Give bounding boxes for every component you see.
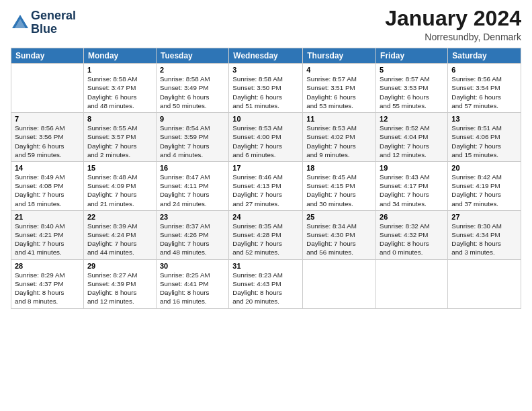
day-info: Sunrise: 8:58 AM Sunset: 3:47 PM Dayligh… bbox=[87, 75, 152, 110]
day-number: 14 bbox=[15, 164, 80, 172]
header-monday: Monday bbox=[83, 48, 156, 64]
calendar-cell: 5Sunrise: 8:57 AM Sunset: 3:53 PM Daylig… bbox=[376, 64, 448, 113]
calendar-header-row: Sunday Monday Tuesday Wednesday Thursday… bbox=[11, 48, 521, 64]
header-saturday: Saturday bbox=[448, 48, 521, 64]
day-info: Sunrise: 8:43 AM Sunset: 4:17 PM Dayligh… bbox=[380, 173, 444, 208]
day-number: 6 bbox=[451, 66, 517, 74]
calendar-cell: 1Sunrise: 8:58 AM Sunset: 3:47 PM Daylig… bbox=[83, 64, 156, 113]
day-info: Sunrise: 8:37 AM Sunset: 4:26 PM Dayligh… bbox=[160, 222, 225, 257]
day-number: 3 bbox=[232, 66, 299, 74]
day-number: 2 bbox=[160, 66, 225, 74]
header: General Blue January 2024 Norresundby, D… bbox=[11, 7, 521, 42]
header-wednesday: Wednesday bbox=[229, 48, 303, 64]
day-number: 11 bbox=[306, 115, 372, 123]
calendar-cell: 6Sunrise: 8:56 AM Sunset: 3:54 PM Daylig… bbox=[448, 64, 521, 113]
day-info: Sunrise: 8:42 AM Sunset: 4:19 PM Dayligh… bbox=[451, 173, 517, 208]
calendar-cell: 31Sunrise: 8:23 AM Sunset: 4:43 PM Dayli… bbox=[229, 259, 303, 308]
calendar-cell: 18Sunrise: 8:45 AM Sunset: 4:15 PM Dayli… bbox=[303, 161, 376, 210]
day-number: 19 bbox=[380, 164, 444, 172]
day-info: Sunrise: 8:57 AM Sunset: 3:53 PM Dayligh… bbox=[380, 75, 444, 110]
day-info: Sunrise: 8:30 AM Sunset: 4:34 PM Dayligh… bbox=[451, 222, 517, 257]
day-number: 9 bbox=[160, 115, 225, 123]
location-subtitle: Norresundby, Denmark bbox=[385, 32, 521, 42]
day-info: Sunrise: 8:52 AM Sunset: 4:04 PM Dayligh… bbox=[380, 124, 444, 159]
header-friday: Friday bbox=[376, 48, 448, 64]
calendar-cell: 2Sunrise: 8:58 AM Sunset: 3:49 PM Daylig… bbox=[156, 64, 228, 113]
day-info: Sunrise: 8:25 AM Sunset: 4:41 PM Dayligh… bbox=[160, 271, 225, 306]
calendar-week-1: 1Sunrise: 8:58 AM Sunset: 3:47 PM Daylig… bbox=[11, 64, 521, 113]
day-number: 12 bbox=[380, 115, 444, 123]
logo: General Blue bbox=[11, 9, 76, 36]
calendar-cell bbox=[11, 64, 84, 113]
day-number: 25 bbox=[306, 213, 372, 221]
day-info: Sunrise: 8:35 AM Sunset: 4:28 PM Dayligh… bbox=[232, 222, 299, 257]
calendar-cell: 9Sunrise: 8:54 AM Sunset: 3:59 PM Daylig… bbox=[156, 113, 228, 162]
header-sunday: Sunday bbox=[11, 48, 84, 64]
day-info: Sunrise: 8:58 AM Sunset: 3:50 PM Dayligh… bbox=[232, 75, 299, 110]
logo-icon bbox=[11, 13, 30, 32]
day-number: 10 bbox=[232, 115, 299, 123]
calendar-cell: 12Sunrise: 8:52 AM Sunset: 4:04 PM Dayli… bbox=[376, 113, 448, 162]
calendar-cell bbox=[448, 259, 521, 308]
title-area: January 2024 Norresundby, Denmark bbox=[385, 7, 521, 42]
day-info: Sunrise: 8:32 AM Sunset: 4:32 PM Dayligh… bbox=[380, 222, 444, 257]
day-info: Sunrise: 8:39 AM Sunset: 4:24 PM Dayligh… bbox=[87, 222, 152, 257]
day-info: Sunrise: 8:29 AM Sunset: 4:37 PM Dayligh… bbox=[15, 271, 80, 306]
day-info: Sunrise: 8:53 AM Sunset: 4:02 PM Dayligh… bbox=[306, 124, 372, 159]
day-number: 29 bbox=[87, 262, 152, 270]
calendar-cell: 3Sunrise: 8:58 AM Sunset: 3:50 PM Daylig… bbox=[229, 64, 303, 113]
calendar-cell: 7Sunrise: 8:56 AM Sunset: 3:56 PM Daylig… bbox=[11, 113, 84, 162]
calendar-cell bbox=[376, 259, 448, 308]
calendar-week-2: 7Sunrise: 8:56 AM Sunset: 3:56 PM Daylig… bbox=[11, 113, 521, 162]
calendar-cell: 24Sunrise: 8:35 AM Sunset: 4:28 PM Dayli… bbox=[229, 210, 303, 259]
calendar-cell: 11Sunrise: 8:53 AM Sunset: 4:02 PM Dayli… bbox=[303, 113, 376, 162]
day-number: 15 bbox=[87, 164, 152, 172]
calendar-cell: 25Sunrise: 8:34 AM Sunset: 4:30 PM Dayli… bbox=[303, 210, 376, 259]
calendar-cell: 26Sunrise: 8:32 AM Sunset: 4:32 PM Dayli… bbox=[376, 210, 448, 259]
day-info: Sunrise: 8:55 AM Sunset: 3:57 PM Dayligh… bbox=[87, 124, 152, 159]
day-info: Sunrise: 8:27 AM Sunset: 4:39 PM Dayligh… bbox=[87, 271, 152, 306]
day-number: 18 bbox=[306, 164, 372, 172]
day-number: 17 bbox=[232, 164, 299, 172]
day-number: 23 bbox=[160, 213, 225, 221]
calendar-table: Sunday Monday Tuesday Wednesday Thursday… bbox=[11, 48, 521, 308]
calendar-cell: 17Sunrise: 8:46 AM Sunset: 4:13 PM Dayli… bbox=[229, 161, 303, 210]
calendar-cell: 22Sunrise: 8:39 AM Sunset: 4:24 PM Dayli… bbox=[83, 210, 156, 259]
day-info: Sunrise: 8:57 AM Sunset: 3:51 PM Dayligh… bbox=[306, 75, 372, 110]
day-info: Sunrise: 8:47 AM Sunset: 4:11 PM Dayligh… bbox=[160, 173, 225, 208]
day-number: 24 bbox=[232, 213, 299, 221]
calendar-week-3: 14Sunrise: 8:49 AM Sunset: 4:08 PM Dayli… bbox=[11, 161, 521, 210]
logo-line2: Blue bbox=[31, 23, 76, 36]
day-info: Sunrise: 8:54 AM Sunset: 3:59 PM Dayligh… bbox=[160, 124, 225, 159]
day-number: 26 bbox=[380, 213, 444, 221]
day-number: 27 bbox=[451, 213, 517, 221]
day-info: Sunrise: 8:51 AM Sunset: 4:06 PM Dayligh… bbox=[451, 124, 517, 159]
day-number: 31 bbox=[232, 262, 299, 270]
day-number: 5 bbox=[380, 66, 444, 74]
logo-line1: General bbox=[31, 9, 76, 23]
day-number: 1 bbox=[87, 66, 152, 74]
day-number: 22 bbox=[87, 213, 152, 221]
calendar-cell bbox=[303, 259, 376, 308]
day-number: 4 bbox=[306, 66, 372, 74]
page: General Blue January 2024 Norresundby, D… bbox=[0, 0, 532, 411]
day-info: Sunrise: 8:56 AM Sunset: 3:54 PM Dayligh… bbox=[451, 75, 517, 110]
day-number: 30 bbox=[160, 262, 225, 270]
calendar-cell: 8Sunrise: 8:55 AM Sunset: 3:57 PM Daylig… bbox=[83, 113, 156, 162]
calendar-week-5: 28Sunrise: 8:29 AM Sunset: 4:37 PM Dayli… bbox=[11, 259, 521, 308]
calendar-cell: 29Sunrise: 8:27 AM Sunset: 4:39 PM Dayli… bbox=[83, 259, 156, 308]
calendar-cell: 15Sunrise: 8:48 AM Sunset: 4:09 PM Dayli… bbox=[83, 161, 156, 210]
header-thursday: Thursday bbox=[303, 48, 376, 64]
day-number: 28 bbox=[15, 262, 80, 270]
calendar-cell: 10Sunrise: 8:53 AM Sunset: 4:00 PM Dayli… bbox=[229, 113, 303, 162]
calendar-week-4: 21Sunrise: 8:40 AM Sunset: 4:21 PM Dayli… bbox=[11, 210, 521, 259]
day-info: Sunrise: 8:34 AM Sunset: 4:30 PM Dayligh… bbox=[306, 222, 372, 257]
calendar-cell: 28Sunrise: 8:29 AM Sunset: 4:37 PM Dayli… bbox=[11, 259, 84, 308]
day-number: 13 bbox=[451, 115, 517, 123]
day-info: Sunrise: 8:48 AM Sunset: 4:09 PM Dayligh… bbox=[87, 173, 152, 208]
calendar-cell: 20Sunrise: 8:42 AM Sunset: 4:19 PM Dayli… bbox=[448, 161, 521, 210]
calendar-cell: 16Sunrise: 8:47 AM Sunset: 4:11 PM Dayli… bbox=[156, 161, 228, 210]
calendar-cell: 30Sunrise: 8:25 AM Sunset: 4:41 PM Dayli… bbox=[156, 259, 228, 308]
day-number: 20 bbox=[451, 164, 517, 172]
day-info: Sunrise: 8:56 AM Sunset: 3:56 PM Dayligh… bbox=[15, 124, 80, 159]
